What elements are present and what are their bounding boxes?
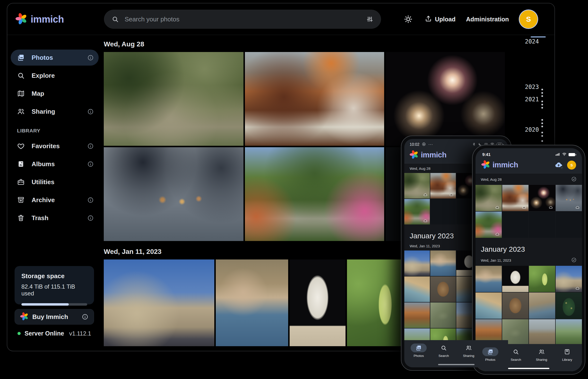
archive-icon (17, 196, 25, 204)
photo-thumb-walls[interactable] (529, 293, 555, 319)
month-header: January 2023 (476, 238, 582, 254)
sidebar-item-favorites[interactable]: Favorites (11, 138, 99, 154)
favorites-icon (17, 142, 25, 150)
utilities-icon (17, 178, 25, 186)
bluetooth-icon (472, 142, 476, 147)
phone-b-bottom-nav: PhotosSearchSharingLibrary (476, 344, 582, 371)
info-icon[interactable] (82, 313, 88, 320)
info-icon[interactable] (87, 197, 94, 203)
status-time: 9:41 (482, 152, 491, 157)
photo-thumb-xmas[interactable] (556, 293, 582, 319)
timeline-year-2023[interactable]: 2023 (525, 84, 539, 90)
immich-flower-icon (16, 13, 27, 26)
user-avatar[interactable]: S (567, 161, 576, 170)
theme-toggle-button[interactable] (401, 12, 415, 26)
photo-dinner[interactable] (245, 52, 384, 146)
not-backed-up-cloud-icon (449, 193, 454, 197)
phone-b-screen: 9:41 immich S (476, 148, 582, 371)
sidebar-item-photos[interactable]: Photos (11, 49, 99, 66)
phone-b-header: 9:41 immich S (476, 148, 582, 174)
photo-thumb-hands[interactable] (556, 185, 582, 211)
photo-thumb-beach[interactable] (404, 276, 430, 302)
nav-tab-photos[interactable]: Photos (477, 347, 503, 371)
info-icon[interactable] (87, 161, 94, 167)
date-group-header: Wed, Jan 11, 2023 (476, 254, 582, 266)
photo-thumb-dinner[interactable] (502, 185, 528, 211)
sidebar-item-map[interactable]: Map (11, 85, 99, 102)
timeline-tick-dot (541, 119, 543, 121)
not-backed-up-cloud-icon (423, 193, 428, 197)
photos-icon (17, 54, 25, 62)
nav-tab-photos[interactable]: Photos (406, 344, 431, 367)
photo-thumb-park[interactable] (476, 212, 502, 238)
overflow-dots-icon: ··· (428, 142, 433, 147)
sidebar-item-albums[interactable]: Albums (11, 156, 99, 172)
info-icon[interactable] (87, 143, 94, 149)
photo-thumb-berries[interactable] (529, 266, 555, 292)
select-all-check-icon[interactable] (571, 257, 577, 263)
info-icon[interactable] (87, 108, 94, 115)
upload-button[interactable]: Upload (425, 12, 456, 26)
nav-tab-library[interactable]: Library (555, 347, 580, 371)
select-all-check-icon[interactable] (571, 176, 577, 182)
timeline-year-2024[interactable]: 2024 (525, 38, 539, 45)
timeline-tick-dot (541, 92, 543, 94)
photo-thumb-stone[interactable] (430, 276, 456, 302)
photo-sculpture[interactable] (290, 259, 346, 346)
search-filter-icon[interactable] (366, 16, 373, 23)
photo-fireworks[interactable] (386, 52, 505, 146)
timeline-tick-dot (541, 123, 543, 124)
server-online-dot (17, 332, 21, 335)
storage-usage-text: 82.4 TiB of 115.1 TiB used (21, 283, 87, 297)
wifi-icon (562, 152, 567, 158)
timeline-tick-dot (541, 140, 543, 142)
photo-zoo[interactable] (104, 52, 243, 146)
sidebar-item-archive[interactable]: Archive (11, 192, 99, 208)
photo-thumb-zoo[interactable] (476, 185, 502, 211)
photo-thumb-lizard[interactable] (430, 302, 456, 328)
search-bar[interactable]: Search your photos (104, 10, 381, 29)
photo-thumb-coastal[interactable] (476, 266, 502, 292)
photo-thumb-fireworks[interactable] (529, 185, 555, 211)
photo-fortress[interactable] (104, 259, 214, 346)
sidebar-item-trash[interactable]: Trash (11, 210, 99, 226)
timeline-tick-dot (541, 132, 543, 133)
sidebar-item-utilities[interactable]: Utilities (11, 174, 99, 190)
photo-thumb-coastal[interactable] (430, 251, 456, 276)
home-indicator[interactable] (508, 368, 549, 369)
photo-thumb-stone[interactable] (502, 293, 528, 319)
timeline-tick-dot (541, 126, 543, 127)
photo-thumb-fortress[interactable] (556, 266, 582, 292)
immich-logo[interactable]: immich (16, 3, 64, 35)
immich-flower-icon (20, 312, 29, 321)
photo-thumb-park[interactable] (404, 199, 430, 224)
timeline-year-2021[interactable]: 2021 (525, 96, 539, 103)
photo-thumb-dinner[interactable] (430, 173, 456, 199)
sidebar-item-sharing[interactable]: Sharing (11, 104, 99, 120)
backup-cloud-icon[interactable] (554, 161, 563, 169)
buy-immich-button[interactable]: Buy Immich (15, 309, 94, 325)
server-version: v1.112.1 (69, 330, 91, 337)
photo-thumb-farm[interactable] (556, 319, 582, 346)
timeline-year-2020[interactable]: 2020 (525, 126, 539, 133)
administration-link[interactable]: Administration (466, 12, 509, 26)
info-icon[interactable] (87, 54, 94, 61)
phone-b-status-bar: 9:41 (476, 148, 582, 158)
photo-thumb-fortress[interactable] (404, 251, 430, 276)
photo-thumb-aerial[interactable] (404, 302, 430, 328)
library-icon (559, 347, 575, 356)
info-icon[interactable] (87, 215, 94, 221)
photo-thumb-beach[interactable] (476, 293, 502, 319)
screenshot-canvas: immich Search your photos Upload Adminis… (0, 0, 588, 379)
photo-thumb-bridge[interactable] (529, 319, 555, 346)
photo-coastal[interactable] (216, 259, 288, 346)
home-indicator[interactable] (438, 364, 475, 365)
photo-thumb-sculpture[interactable] (502, 266, 528, 292)
photo-hands[interactable] (104, 147, 243, 241)
photo-thumb-zoo[interactable] (404, 173, 430, 199)
battery-icon (569, 153, 575, 156)
sidebar: PhotosExploreMapSharingLIBRARYFavoritesA… (11, 49, 99, 228)
sidebar-item-explore[interactable]: Explore (11, 67, 99, 84)
photo-park[interactable] (245, 147, 384, 241)
empty-grid-slot (529, 212, 555, 238)
